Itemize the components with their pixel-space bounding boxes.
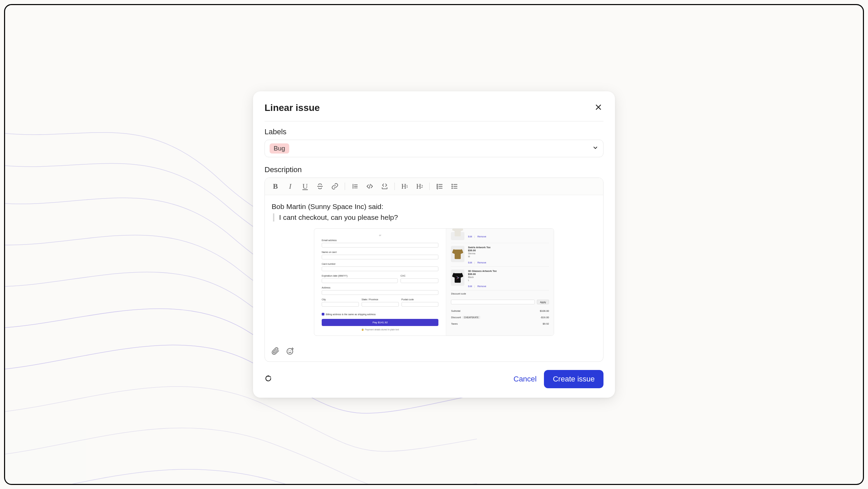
refresh-button[interactable] bbox=[265, 375, 272, 383]
attached-screenshot: or Email address Name on card Card numbe… bbox=[314, 228, 554, 336]
code-button[interactable] bbox=[365, 181, 375, 191]
cancel-button[interactable]: Cancel bbox=[513, 375, 536, 383]
emoji-button[interactable] bbox=[286, 347, 295, 357]
paperclip-icon bbox=[271, 347, 280, 355]
chevron-down-icon bbox=[592, 145, 598, 153]
underline-button[interactable]: U bbox=[300, 181, 310, 191]
author-line: Bob Martin (Sunny Space Inc) said: bbox=[272, 203, 596, 211]
italic-button[interactable]: I bbox=[285, 181, 295, 191]
description-field-label: Description bbox=[265, 165, 603, 174]
bold-button[interactable]: B bbox=[270, 181, 280, 191]
codeblock-button[interactable] bbox=[380, 181, 390, 191]
close-icon bbox=[595, 103, 602, 111]
svg-point-0 bbox=[452, 184, 452, 185]
cart-item: Edit| Remove bbox=[451, 232, 549, 243]
svg-point-1 bbox=[452, 186, 452, 187]
labels-field-label: Labels bbox=[265, 127, 603, 136]
cart-item: Swirls Artwork Tee $36.00 Sienna M Edit|… bbox=[451, 243, 549, 267]
linear-issue-modal: Linear issue Labels Bug Description B I … bbox=[253, 91, 615, 398]
blockquote-button[interactable] bbox=[350, 181, 360, 191]
strikethrough-button[interactable] bbox=[315, 181, 325, 191]
quoted-message: I cant checkout, can you please help? bbox=[273, 213, 596, 222]
refresh-icon bbox=[265, 375, 272, 382]
rich-text-editor: B I U H1 H2 Bob Martin (Sunny Space Inc)… bbox=[265, 178, 603, 362]
ordered-list-button[interactable] bbox=[434, 181, 444, 191]
close-button[interactable] bbox=[593, 102, 603, 114]
modal-title: Linear issue bbox=[265, 102, 320, 113]
h1-button[interactable]: H1 bbox=[399, 181, 410, 191]
editor-toolbar: B I U H1 H2 bbox=[265, 178, 603, 195]
editor-content[interactable]: Bob Martin (Sunny Space Inc) said: I can… bbox=[265, 195, 603, 343]
create-issue-button[interactable]: Create issue bbox=[544, 370, 603, 388]
cart-item: 3D Glasses Artwork Tee $36.00 Black L Ed… bbox=[451, 267, 549, 290]
labels-select[interactable]: Bug bbox=[265, 140, 603, 157]
svg-point-3 bbox=[287, 348, 293, 354]
h2-button[interactable]: H2 bbox=[414, 181, 425, 191]
label-tag-bug: Bug bbox=[270, 143, 289, 154]
unordered-list-button[interactable] bbox=[449, 181, 459, 191]
link-button[interactable] bbox=[330, 181, 340, 191]
attach-file-button[interactable] bbox=[271, 347, 280, 357]
emoji-plus-icon bbox=[286, 347, 295, 355]
svg-point-2 bbox=[452, 188, 452, 188]
